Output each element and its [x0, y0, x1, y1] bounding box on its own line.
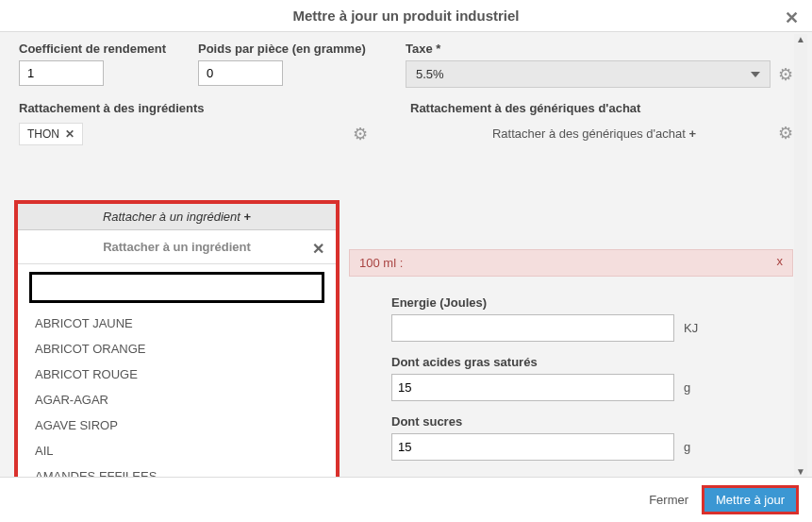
- picker-title: Rattacher à un ingrédient ✕: [18, 230, 336, 264]
- list-item[interactable]: ABRICOT JAUNE: [18, 311, 336, 336]
- dialog-header: Mettre à jour un produit industriel ✕: [0, 0, 812, 32]
- banner-close-icon[interactable]: x: [777, 254, 784, 268]
- nutrition-panel: 100 ml : x Energie (Joules) KJ Dont acid…: [349, 249, 793, 474]
- list-item[interactable]: AIL: [18, 438, 336, 463]
- sugar-unit: g: [684, 440, 690, 454]
- plus-icon: +: [244, 210, 252, 224]
- sugar-input[interactable]: [391, 433, 674, 461]
- coeff-label: Coefficient de rendement: [19, 42, 179, 56]
- satfat-input[interactable]: [391, 374, 674, 401]
- gear-icon[interactable]: ⚙: [778, 64, 793, 85]
- coeff-input[interactable]: [19, 60, 104, 86]
- close-icon[interactable]: ✕: [785, 8, 799, 28]
- energy-unit: KJ: [684, 321, 698, 335]
- weight-label: Poids par pièce (en gramme): [198, 42, 387, 56]
- dialog-content: Coefficient de rendement Poids par pièce…: [0, 32, 812, 485]
- attach-ingredient-bar[interactable]: Rattacher à un ingrédient +: [18, 204, 336, 230]
- energy-input[interactable]: [391, 314, 674, 342]
- weight-input[interactable]: [198, 60, 283, 86]
- close-button[interactable]: Fermer: [649, 493, 688, 507]
- attach-generics-link[interactable]: Rattacher à des génériques d'achat +: [410, 126, 778, 141]
- list-item[interactable]: AGAR-AGAR: [18, 387, 336, 413]
- gear-icon[interactable]: ⚙: [778, 123, 793, 143]
- dialog-title: Mettre à jour un produit industriel: [293, 8, 520, 24]
- list-item[interactable]: ABRICOT ORANGE: [18, 336, 336, 362]
- list-item[interactable]: AGAVE SIROP: [18, 413, 336, 438]
- sugar-label: Dont sucres: [391, 414, 793, 429]
- ingredient-list[interactable]: ABRICOT JAUNE ABRICOT ORANGE ABRICOT ROU…: [18, 311, 336, 485]
- close-icon[interactable]: ✕: [312, 240, 324, 258]
- update-button[interactable]: Mettre à jour: [702, 485, 799, 514]
- dialog-footer: Fermer Mettre à jour: [0, 477, 812, 522]
- satfat-unit: g: [684, 380, 690, 395]
- satfat-label: Dont acides gras saturés: [391, 355, 793, 369]
- energy-label: Energie (Joules): [391, 295, 793, 310]
- plus-icon: +: [688, 126, 696, 141]
- gear-icon[interactable]: ⚙: [353, 124, 368, 144]
- ingredient-picker-panel: Rattacher à un ingrédient + Rattacher à …: [14, 200, 340, 485]
- generics-section-title: Rattachement à des génériques d'achat: [410, 101, 793, 115]
- ingredient-chip: THON ✕: [19, 123, 83, 145]
- tax-value: 5.5%: [416, 67, 444, 81]
- ingredient-search-input[interactable]: [29, 272, 324, 303]
- chip-label: THON: [27, 127, 59, 141]
- alert-banner: 100 ml : x: [349, 249, 793, 277]
- tax-label: Taxe *: [406, 42, 793, 56]
- ingredients-section-title: Rattachement à des ingrédients: [19, 101, 368, 115]
- chip-remove-icon[interactable]: ✕: [65, 127, 75, 141]
- chevron-down-icon: [751, 72, 760, 77]
- list-item[interactable]: ABRICOT ROUGE: [18, 362, 336, 387]
- tax-select[interactable]: 5.5%: [406, 60, 771, 88]
